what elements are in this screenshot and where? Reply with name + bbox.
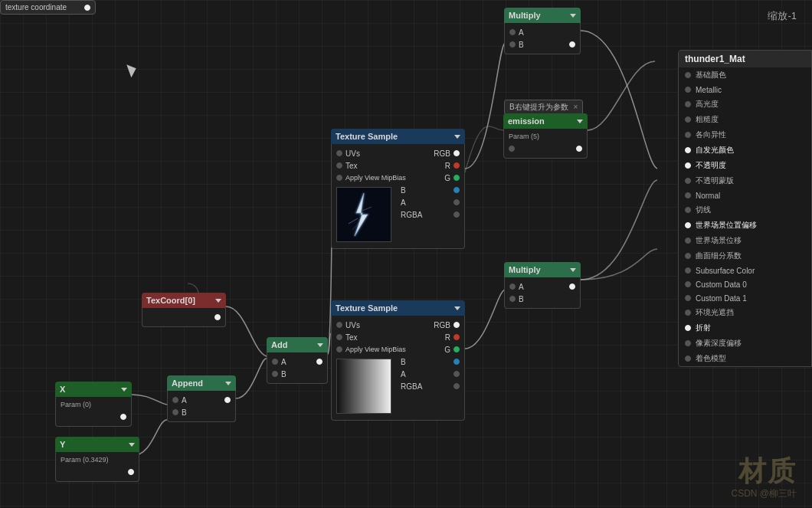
pin-tex-top-r-out[interactable] bbox=[453, 162, 460, 169]
material-label-17: 折射 bbox=[696, 323, 711, 333]
material-row-18[interactable]: 像素深度偏移 bbox=[679, 336, 811, 351]
texcoord0-header[interactable]: TexCoord[0] bbox=[142, 293, 226, 308]
material-row-10[interactable]: 世界场景位置偏移 bbox=[679, 218, 811, 233]
pin-tex-top-uvs-in[interactable] bbox=[336, 150, 342, 156]
append-body: A B bbox=[167, 391, 236, 422]
watermark: 材质 CSDN @柳三叶 bbox=[731, 453, 797, 500]
multiply-top-body: A B bbox=[504, 23, 581, 54]
pin-add-b-in[interactable] bbox=[272, 371, 278, 377]
material-pin-7 bbox=[685, 178, 691, 184]
pin-multiply-bottom-b-in[interactable] bbox=[509, 296, 516, 302]
pin-append-a-in[interactable] bbox=[172, 397, 178, 403]
pin-tex-top-a-out[interactable] bbox=[453, 199, 460, 205]
material-pin-4 bbox=[685, 132, 691, 138]
pin-tex-top-mip-in[interactable] bbox=[336, 175, 342, 181]
pin-tex-bottom-g-out[interactable] bbox=[453, 346, 460, 352]
material-row-12[interactable]: 曲面细分系数 bbox=[679, 248, 811, 264]
emission-sub: Param (5) bbox=[504, 132, 587, 143]
add-body: A B bbox=[267, 352, 328, 384]
tex-bottom-preview-area: B A RGBA bbox=[332, 356, 464, 417]
x-param-node: X Param (0) bbox=[55, 382, 132, 427]
pin-tex-top-b-out[interactable] bbox=[453, 187, 460, 193]
pin-tex-bottom-mip-in[interactable] bbox=[336, 346, 342, 352]
append-row-b: B bbox=[168, 406, 235, 418]
tex-sample-bottom-header[interactable]: Texture Sample bbox=[331, 300, 465, 316]
pin-emission-out[interactable] bbox=[576, 146, 582, 152]
y-param-header[interactable]: Y bbox=[55, 437, 139, 452]
material-label-8: Normal bbox=[696, 192, 720, 200]
pin-tex-top-rgb-out[interactable] bbox=[453, 150, 460, 156]
material-row-7[interactable]: 不透明蒙版 bbox=[679, 173, 811, 188]
pin-tex-bottom-uvs-in[interactable] bbox=[336, 322, 342, 328]
material-rows: 基础颜色Metallic高光度粗糙度各向异性自发光颜色不透明度不透明蒙版Norm… bbox=[679, 67, 811, 366]
multiply-top-row-b: B bbox=[505, 38, 580, 51]
material-row-1[interactable]: Metallic bbox=[679, 83, 811, 97]
material-row-6[interactable]: 不透明度 bbox=[679, 158, 811, 173]
x-param-header[interactable]: X bbox=[55, 382, 132, 397]
multiply-top-header[interactable]: Multiply bbox=[504, 8, 581, 23]
pin-multiply-bottom-out[interactable] bbox=[569, 283, 575, 290]
append-header[interactable]: Append bbox=[167, 375, 236, 391]
multiply-bottom-label: Multiply bbox=[509, 265, 541, 274]
pin-add-out[interactable] bbox=[316, 359, 323, 365]
pin-tex-bottom-tex-in[interactable] bbox=[336, 334, 342, 340]
tex-bottom-preview bbox=[336, 359, 391, 414]
pin-multiply-top-a-in[interactable] bbox=[509, 29, 516, 35]
pin-multiply-top-out[interactable] bbox=[569, 41, 575, 48]
material-label-11: 世界场景位移 bbox=[696, 235, 742, 246]
b-note: B右键提升为参数 × bbox=[504, 100, 583, 115]
pin-tex-bottom-rgb-out[interactable] bbox=[453, 322, 460, 328]
pin-tex-bottom-b-out[interactable] bbox=[453, 359, 460, 365]
material-row-5[interactable]: 自发光颜色 bbox=[679, 143, 811, 158]
pin-tex-bottom-rgba-out[interactable] bbox=[453, 383, 460, 389]
tex-sample-top-header[interactable]: Texture Sample bbox=[331, 129, 465, 144]
material-row-16[interactable]: 环境光遮挡 bbox=[679, 305, 811, 320]
material-label-5: 自发光颜色 bbox=[696, 145, 734, 156]
material-row-0[interactable]: 基础颜色 bbox=[679, 67, 811, 83]
pin-append-out[interactable] bbox=[224, 397, 231, 403]
x-param-label: X bbox=[60, 385, 65, 394]
tex-sample-bottom-label: Texture Sample bbox=[336, 303, 398, 313]
pin-tex-top-rgba-out[interactable] bbox=[453, 211, 460, 218]
pin-texcoord0-out[interactable] bbox=[214, 314, 221, 320]
pin-tex-bottom-a-out[interactable] bbox=[453, 371, 460, 377]
tex-sample-bottom-body: UVs RGB Tex R Apply View MipBias bbox=[331, 316, 465, 421]
multiply-bottom-header[interactable]: Multiply bbox=[504, 262, 581, 277]
material-row-19[interactable]: 着色模型 bbox=[679, 351, 811, 366]
pin-tex-top-g-out[interactable] bbox=[453, 175, 460, 181]
pin-tex-bottom-r-out[interactable] bbox=[453, 334, 460, 340]
pin-texcoord-out[interactable] bbox=[84, 5, 90, 11]
tex-bottom-b-row: B bbox=[396, 356, 464, 368]
add-header[interactable]: Add bbox=[267, 337, 328, 352]
x-param-body: Param (0) bbox=[55, 397, 132, 427]
material-row-13[interactable]: Subsurface Color bbox=[679, 264, 811, 277]
pin-add-a-in[interactable] bbox=[272, 359, 278, 365]
material-row-14[interactable]: Custom Data 0 bbox=[679, 277, 811, 291]
pin-multiply-top-b-in[interactable] bbox=[509, 41, 516, 48]
material-pin-10 bbox=[685, 222, 691, 228]
append-row-a: A bbox=[168, 394, 235, 406]
material-row-9[interactable]: 切线 bbox=[679, 202, 811, 218]
pin-multiply-bottom-a-in[interactable] bbox=[509, 283, 516, 290]
material-label-7: 不透明蒙版 bbox=[696, 175, 734, 186]
tex-bottom-rgba-row: RGBA bbox=[396, 380, 464, 392]
pin-x-param-out[interactable] bbox=[120, 414, 126, 420]
multiply-bottom-node: Multiply A B bbox=[504, 262, 581, 309]
pin-tex-top-tex-in[interactable] bbox=[336, 162, 342, 169]
material-row-11[interactable]: 世界场景位移 bbox=[679, 233, 811, 248]
pin-append-b-in[interactable] bbox=[172, 409, 178, 415]
emission-header[interactable]: emission bbox=[503, 113, 588, 129]
material-label-18: 像素深度偏移 bbox=[696, 338, 742, 349]
pin-emission-in[interactable] bbox=[509, 146, 515, 152]
material-row-15[interactable]: Custom Data 1 bbox=[679, 291, 811, 305]
material-row-4[interactable]: 各向异性 bbox=[679, 127, 811, 143]
material-label-4: 各向异性 bbox=[696, 129, 726, 140]
material-panel-title: thunder1_Mat bbox=[679, 51, 811, 67]
material-row-17[interactable]: 折射 bbox=[679, 320, 811, 336]
material-row-2[interactable]: 高光度 bbox=[679, 97, 811, 112]
material-label-6: 不透明度 bbox=[696, 160, 726, 171]
pin-y-param-out[interactable] bbox=[128, 469, 134, 475]
material-row-3[interactable]: 粗糙度 bbox=[679, 112, 811, 127]
material-row-8[interactable]: Normal bbox=[679, 188, 811, 202]
tex-top-b-row: B bbox=[396, 184, 464, 196]
